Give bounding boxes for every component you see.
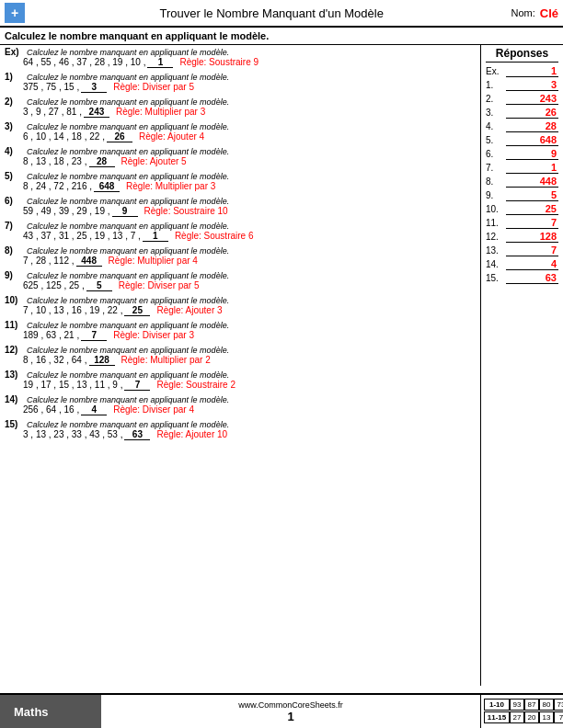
problem-rule: Règle: Ajouter 10 — [156, 429, 227, 439]
problem-rule: Règle: Diviser par 3 — [113, 330, 194, 340]
answer-value: 3 — [551, 79, 557, 90]
answer-item: 14. 4 — [486, 258, 558, 270]
problem-italic: Calculez le nombre manquant en appliquan… — [27, 395, 229, 404]
footer-center: www.CommonCoreSheets.fr 1 — [101, 695, 480, 728]
logo: + — [5, 3, 25, 23]
answer-value: 63 — [546, 272, 557, 283]
problem-num: 2) — [5, 97, 23, 107]
example-rule: Règle: Soustraire 9 — [179, 57, 259, 67]
problem-num: 7) — [5, 221, 23, 231]
problem-label-row: 9) Calculez le nombre manquant en appliq… — [5, 270, 476, 280]
problem-block: 12) Calculez le nombre manquant en appli… — [5, 345, 476, 366]
stat-cell: 93 — [510, 699, 524, 711]
problem-answer-blank: 648 — [94, 181, 120, 192]
problem-rule: Règle: Diviser par 4 — [113, 404, 194, 415]
problem-rule: Règle: Multiplier par 4 — [109, 256, 198, 266]
problem-italic: Calculez le nombre manquant en appliquan… — [27, 97, 229, 107]
nom-label: Nom: — [511, 7, 534, 18]
problem-sequence-row: 43 , 37 , 31 , 25 , 19 , 13 , 7 , 1 Règl… — [5, 231, 476, 242]
problem-sequence-row: 256 , 64 , 16 , 4 Règle: Diviser par 4 — [5, 404, 476, 415]
problem-rule: Règle: Soustraire 10 — [144, 206, 228, 216]
answer-label: 8. — [486, 176, 506, 187]
problem-block: 2) Calculez le nombre manquant en appliq… — [5, 97, 476, 118]
problem-label-row: 2) Calculez le nombre manquant en appliq… — [5, 97, 476, 107]
stat-cell2: 13 — [539, 711, 554, 723]
problem-num: 8) — [5, 245, 23, 256]
problem-answer-blank: 28 — [89, 156, 115, 167]
answers-header: Réponses — [486, 47, 558, 63]
problem-italic: Calculez le nombre manquant en appliquan… — [27, 346, 229, 355]
problem-italic: Calculez le nombre manquant en appliquan… — [27, 271, 229, 280]
problem-italic: Calculez le nombre manquant en appliquan… — [27, 73, 229, 82]
problem-block: 11) Calculez le nombre manquant en appli… — [5, 320, 476, 341]
problem-sequence-row: 6 , 10 , 14 , 18 , 22 , 26 Règle: Ajoute… — [5, 131, 476, 142]
answer-label: 2. — [486, 94, 506, 104]
answer-item: 3. 26 — [486, 107, 558, 119]
problem-seq: 8 , 24 , 72 , 216 , — [23, 181, 92, 191]
problem-block: 10) Calculez le nombre manquant en appli… — [5, 295, 476, 316]
problem-num: 6) — [5, 196, 23, 206]
problem-italic: Calculez le nombre manquant en appliquan… — [27, 147, 229, 156]
problem-answer-blank: 3 — [81, 82, 107, 93]
answer-label: 15. — [486, 273, 506, 283]
problem-seq: 19 , 17 , 15 , 13 , 11 , 9 , — [23, 380, 122, 390]
problem-answer-blank: 25 — [124, 305, 150, 316]
problem-block: 13) Calculez le nombre manquant en appli… — [5, 370, 476, 391]
answer-value: 648 — [540, 134, 557, 145]
answer-line: 4 — [506, 258, 558, 270]
main-content: Ex) Calculez le nombre manquant en appli… — [0, 45, 563, 686]
problem-num: 12) — [5, 345, 23, 355]
example-block: Ex) Calculez le nombre manquant en appli… — [5, 47, 476, 68]
stat-cell: 87 — [524, 699, 539, 711]
answer-value: 4 — [551, 258, 557, 269]
problem-label-row: 11) Calculez le nombre manquant en appli… — [5, 320, 476, 330]
answer-label: 10. — [486, 204, 506, 214]
problem-block: 7) Calculez le nombre manquant en appliq… — [5, 221, 476, 242]
answer-label: 12. — [486, 232, 506, 242]
footer-stats-row2: 11-15 27201370 — [484, 711, 560, 723]
problem-block: 1) Calculez le nombre manquant en appliq… — [5, 72, 476, 93]
answer-item: 12. 128 — [486, 231, 558, 243]
problem-block: 15) Calculez le nombre manquant en appli… — [5, 419, 476, 440]
problem-seq: 7 , 28 , 112 , — [23, 256, 75, 266]
problem-label-row: 15) Calculez le nombre manquant en appli… — [5, 419, 476, 429]
problem-num: 5) — [5, 171, 23, 181]
problem-block: 9) Calculez le nombre manquant en appliq… — [5, 270, 476, 291]
problem-italic: Calculez le nombre manquant en appliquan… — [27, 172, 229, 181]
problem-seq: 3 , 9 , 27 , 81 , — [23, 107, 82, 117]
example-answer-blank: 1 — [147, 57, 173, 68]
footer-website: www.CommonCoreSheets.fr — [238, 700, 343, 710]
problem-seq: 256 , 64 , 16 , — [23, 404, 79, 415]
problem-block: 4) Calculez le nombre manquant en appliq… — [5, 146, 476, 167]
problem-italic: Calculez le nombre manquant en appliquan… — [27, 420, 229, 429]
problem-sequence-row: 59 , 49 , 39 , 29 , 19 , 9 Règle: Soustr… — [5, 206, 476, 217]
answer-label: 1. — [486, 80, 506, 90]
problem-rule: Règle: Multiplier par 2 — [121, 355, 211, 365]
problem-block: 6) Calculez le nombre manquant en appliq… — [5, 196, 476, 217]
problem-sequence-row: 189 , 63 , 21 , 7 Règle: Diviser par 3 — [5, 330, 476, 341]
answer-value: 128 — [540, 231, 557, 242]
stat-cell: 73 — [554, 699, 563, 711]
answer-label: 6. — [486, 149, 506, 159]
stat-cell: 80 — [539, 699, 554, 711]
answer-line: 648 — [506, 134, 558, 146]
answer-item: 1. 3 — [486, 79, 558, 91]
problem-rule: Règle: Ajouter 4 — [139, 131, 204, 142]
problem-rule: Règle: Diviser par 5 — [119, 280, 200, 290]
answer-line: 1 — [506, 162, 558, 174]
answer-line: 7 — [506, 245, 558, 256]
answer-value: 26 — [546, 107, 557, 118]
answer-label: 5. — [486, 135, 506, 145]
answer-value: 1 — [551, 162, 557, 173]
problem-label-row: 14) Calculez le nombre manquant en appli… — [5, 394, 476, 404]
problem-sequence-row: 375 , 75 , 15 , 3 Règle: Diviser par 5 — [5, 82, 476, 93]
problem-rule: Règle: Multiplier par 3 — [116, 107, 205, 117]
answer-line: 1 — [506, 65, 558, 77]
problem-seq: 3 , 13 , 23 , 33 , 43 , 53 , — [23, 429, 122, 439]
footer: Maths www.CommonCoreSheets.fr 1 1-10 938… — [0, 693, 563, 728]
answer-item: 15. 63 — [486, 272, 558, 284]
answer-line: 3 — [506, 79, 558, 91]
answer-line: 63 — [506, 272, 558, 284]
header-title: Trouver le Nombre Manquant d'un Modèle — [32, 6, 511, 20]
answer-line: 9 — [506, 148, 558, 160]
